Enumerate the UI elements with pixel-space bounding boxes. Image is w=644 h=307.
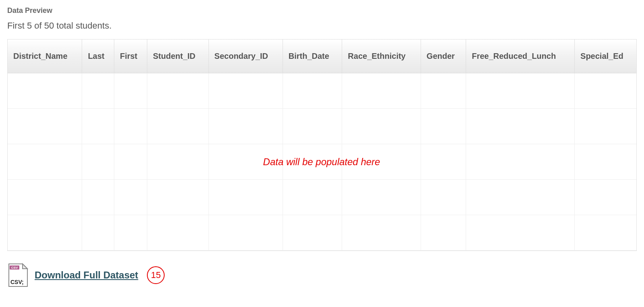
table-row: Data will be populated here <box>8 144 636 180</box>
download-row: CSV CSV; Download Full Dataset 15 <box>7 263 637 287</box>
table-row <box>8 73 636 109</box>
data-preview-table: District_Name Last First Student_ID Seco… <box>8 39 636 251</box>
col-special-ed[interactable]: Special_Ed <box>575 39 636 73</box>
section-title: Data Preview <box>7 6 637 15</box>
table-row <box>8 109 636 144</box>
col-district-name[interactable]: District_Name <box>8 39 82 73</box>
data-preview-table-wrap: District_Name Last First Student_ID Seco… <box>7 39 637 251</box>
col-gender[interactable]: Gender <box>421 39 466 73</box>
table-row <box>8 215 636 251</box>
col-birth-date[interactable]: Birth_Date <box>283 39 342 73</box>
download-full-dataset-link[interactable]: Download Full Dataset <box>35 270 138 281</box>
col-race-ethnicity[interactable]: Race_Ethnicity <box>342 39 421 73</box>
callout-badge: 15 <box>147 266 165 284</box>
csv-icon-top-label: CSV <box>11 266 18 270</box>
col-secondary-id[interactable]: Secondary_ID <box>208 39 283 73</box>
csv-icon-bottom-label: CSV; <box>10 279 24 285</box>
col-student-id[interactable]: Student_ID <box>147 39 208 73</box>
col-first[interactable]: First <box>114 39 147 73</box>
col-last[interactable]: Last <box>82 39 114 73</box>
col-free-reduced-lunch[interactable]: Free_Reduced_Lunch <box>466 39 575 73</box>
summary-text: First 5 of 50 total students. <box>7 21 637 31</box>
table-row <box>8 180 636 215</box>
csv-file-icon: CSV CSV; <box>7 263 29 287</box>
